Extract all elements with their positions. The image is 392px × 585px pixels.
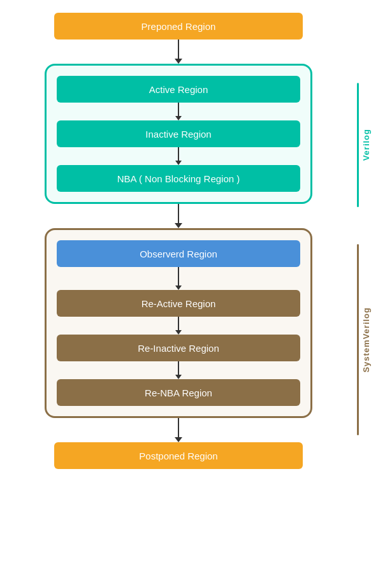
diagram: Preponed Region Active Region Inactive R…	[0, 0, 392, 585]
arrow-head-3	[175, 437, 182, 442]
systemverilog-label-group: SystemVerilog	[357, 244, 371, 435]
inner-arrow-1	[175, 103, 182, 120]
inactive-region-box: Inactive Region	[57, 120, 300, 147]
inner-arrow-line-3	[178, 267, 179, 285]
systemverilog-label-wrapper: SystemVerilog	[359, 244, 371, 435]
verilog-label: Verilog	[361, 129, 371, 161]
preponed-region-label: Preponed Region	[142, 21, 216, 32]
side-labels-container: Verilog SystemVerilog	[357, 0, 392, 585]
arrow-line-3	[178, 418, 179, 437]
inner-arrow-head-1	[175, 116, 182, 120]
observed-region-box: Observerd Region	[57, 240, 300, 267]
nba-region-box: NBA ( Non Blocking Region )	[57, 165, 300, 192]
inner-arrow-line-4	[178, 317, 179, 330]
systemverilog-group: Observerd Region Re-Active Region Re-Ina…	[45, 228, 312, 418]
verilog-label-group: Verilog	[357, 83, 371, 207]
renba-region-label: Re-NBA Region	[145, 387, 212, 398]
reactive-region-box: Re-Active Region	[57, 290, 300, 317]
reinactive-region-label: Re-Inactive Region	[138, 343, 219, 354]
nba-region-label: NBA ( Non Blocking Region )	[117, 173, 240, 184]
arrow-line-2	[178, 204, 179, 223]
inner-arrow-3	[175, 267, 182, 290]
inner-arrow-line-1	[178, 103, 179, 116]
verilog-label-wrapper: Verilog	[359, 83, 371, 207]
inner-arrow-head-4	[175, 330, 182, 335]
inner-arrow-4	[175, 317, 182, 335]
reinactive-region-box: Re-Inactive Region	[57, 335, 300, 361]
arrow-3	[175, 418, 182, 442]
inner-arrow-head-2	[175, 161, 182, 165]
arrow-2	[175, 204, 182, 228]
preponed-region-box: Preponed Region	[54, 13, 303, 40]
arrow-head-1	[175, 59, 182, 64]
active-region-label: Active Region	[149, 84, 208, 95]
renba-region-box: Re-NBA Region	[57, 379, 300, 406]
arrow-line-1	[178, 40, 179, 59]
inner-arrow-2	[175, 147, 182, 165]
inner-arrow-head-5	[175, 375, 182, 379]
systemverilog-label: SystemVerilog	[361, 307, 371, 373]
arrow-head-2	[175, 223, 182, 228]
inner-arrow-line-2	[178, 147, 179, 161]
inner-arrow-5	[175, 361, 182, 379]
inner-arrow-head-3	[175, 285, 182, 290]
observed-region-label: Observerd Region	[140, 249, 217, 259]
postponed-region-label: Postponed Region	[139, 451, 217, 461]
main-flow: Preponed Region Active Region Inactive R…	[0, 0, 357, 585]
inner-arrow-line-5	[178, 361, 179, 375]
reactive-region-label: Re-Active Region	[142, 298, 216, 309]
inactive-region-label: Inactive Region	[145, 129, 211, 140]
verilog-group: Active Region Inactive Region NBA ( Non …	[45, 64, 312, 204]
postponed-region-box: Postponed Region	[54, 442, 303, 469]
arrow-1	[175, 40, 182, 64]
active-region-box: Active Region	[57, 76, 300, 103]
